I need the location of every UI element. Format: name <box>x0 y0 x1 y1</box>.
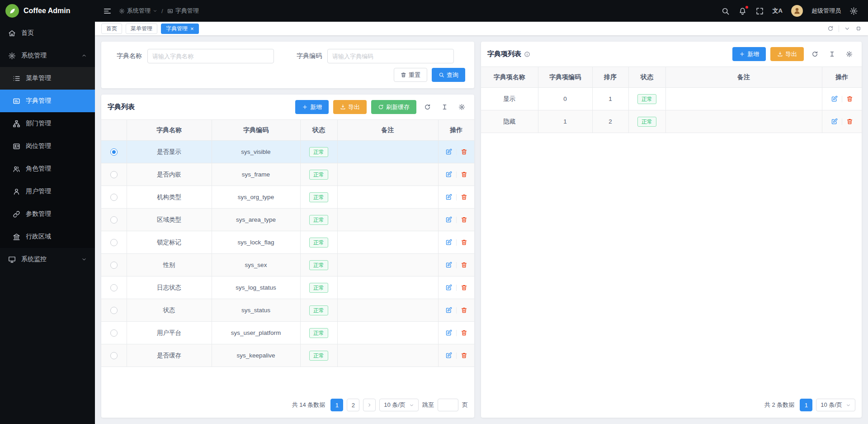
table-settings-gear-icon[interactable] <box>843 48 855 61</box>
edit-icon[interactable] <box>445 216 452 223</box>
row-radio[interactable] <box>110 329 118 337</box>
page-size-select[interactable]: 10 条/页 <box>816 399 855 411</box>
info-icon[interactable] <box>524 51 530 57</box>
export-dict-button[interactable]: 导出 <box>333 100 367 114</box>
dict-code-label: 字典编码 <box>290 52 322 60</box>
notification-dot <box>745 6 748 9</box>
table-row[interactable]: 区域类型 sys_area_type 正常 <box>101 209 474 231</box>
edit-icon[interactable] <box>445 194 452 200</box>
delete-icon[interactable] <box>461 239 467 246</box>
next-page-button[interactable] <box>363 399 376 411</box>
edit-icon[interactable] <box>445 284 452 291</box>
delete-icon[interactable] <box>461 171 467 178</box>
table-row[interactable]: 显示 0 1 正常 <box>481 88 862 110</box>
delete-icon[interactable] <box>846 118 853 125</box>
delete-icon[interactable] <box>461 216 467 223</box>
breadcrumb-system[interactable]: 系统管理 <box>119 7 157 15</box>
delete-icon[interactable] <box>461 307 467 314</box>
sidebar-item-user-mgmt[interactable]: 用户管理 <box>0 180 95 203</box>
edit-icon[interactable] <box>445 148 452 155</box>
search-icon[interactable] <box>721 7 730 15</box>
chevron-down-icon[interactable] <box>844 25 850 32</box>
tab-dict-mgmt[interactable]: 字典管理× <box>161 24 199 34</box>
sidebar-item-home[interactable]: 首页 <box>0 22 95 44</box>
table-row[interactable]: 是否显示 sys_visible 正常 <box>101 141 474 163</box>
sidebar-item-admin-area[interactable]: 行政区域 <box>0 225 95 248</box>
delete-icon[interactable] <box>461 148 467 155</box>
edit-icon[interactable] <box>831 95 838 102</box>
user-name[interactable]: 超级管理员 <box>811 7 841 15</box>
table-row[interactable]: 状态 sys_status 正常 <box>101 299 474 322</box>
refresh-cache-button[interactable]: 刷新缓存 <box>371 100 416 114</box>
reload-table-icon[interactable] <box>808 48 821 61</box>
breadcrumb-dict[interactable]: 字典管理 <box>167 7 199 15</box>
edit-icon[interactable] <box>445 329 452 336</box>
page-size-select[interactable]: 10 条/页 <box>379 399 419 411</box>
edit-icon[interactable] <box>445 262 452 268</box>
edit-icon[interactable] <box>445 352 452 359</box>
jump-page-input[interactable] <box>438 399 458 411</box>
delete-icon[interactable] <box>461 329 467 336</box>
delete-icon[interactable] <box>846 95 853 102</box>
dict-code-input[interactable] <box>327 49 454 63</box>
row-radio[interactable] <box>110 194 118 201</box>
table-row[interactable]: 锁定标记 sys_lock_flag 正常 <box>101 231 474 254</box>
add-item-button[interactable]: 新增 <box>732 47 766 61</box>
sidebar-item-role-mgmt[interactable]: 角色管理 <box>0 157 95 180</box>
row-radio[interactable] <box>110 239 118 246</box>
add-dict-button[interactable]: 新增 <box>295 100 329 114</box>
row-radio[interactable] <box>110 262 118 269</box>
row-radio[interactable] <box>110 216 118 224</box>
refresh-icon[interactable] <box>827 25 834 32</box>
avatar[interactable] <box>791 5 803 17</box>
table-row[interactable]: 性别 sys_sex 正常 <box>101 254 474 276</box>
sidebar-item-param-mgmt[interactable]: 参数管理 <box>0 203 95 225</box>
edit-icon[interactable] <box>445 239 452 246</box>
sidebar-item-monitor[interactable]: 系统监控 <box>0 248 95 271</box>
reset-button[interactable]: 重置 <box>394 68 427 82</box>
delete-icon[interactable] <box>461 194 467 200</box>
reload-table-icon[interactable] <box>421 101 434 114</box>
table-settings-gear-icon[interactable] <box>455 101 468 114</box>
delete-icon[interactable] <box>461 352 467 359</box>
row-radio[interactable] <box>110 307 118 314</box>
table-row[interactable]: 机构类型 sys_org_type 正常 <box>101 186 474 209</box>
translate-icon[interactable]: 文A <box>773 7 783 15</box>
edit-icon[interactable] <box>445 171 452 178</box>
export-items-button[interactable]: 导出 <box>770 47 804 61</box>
table-row[interactable]: 是否内嵌 sys_frame 正常 <box>101 163 474 186</box>
cell-dict-name: 状态 <box>127 299 212 322</box>
column-settings-icon[interactable] <box>438 101 451 114</box>
fullscreen-icon[interactable] <box>755 7 764 15</box>
table-row[interactable]: 是否缓存 sys_keepalive 正常 <box>101 344 474 367</box>
page-button-1[interactable]: 1 <box>330 399 343 411</box>
edit-icon[interactable] <box>831 118 838 125</box>
table-row[interactable]: 日志状态 sys_log_status 正常 <box>101 276 474 299</box>
row-radio[interactable] <box>110 284 118 291</box>
settings-gear-icon[interactable] <box>849 7 858 15</box>
page-button-1[interactable]: 1 <box>800 399 812 411</box>
column-settings-icon[interactable] <box>826 48 838 61</box>
table-row[interactable]: 用户平台 sys_user_platform 正常 <box>101 322 474 344</box>
sidebar-item-menu-mgmt[interactable]: 菜单管理 <box>0 67 95 90</box>
tab-menu-mgmt[interactable]: 菜单管理 <box>126 24 157 34</box>
content-fullscreen-icon[interactable] <box>855 25 862 32</box>
table-row[interactable]: 隐藏 1 2 正常 <box>481 110 862 133</box>
query-button[interactable]: 查询 <box>432 68 465 82</box>
sidebar-item-post-mgmt[interactable]: 岗位管理 <box>0 135 95 157</box>
page-button-2[interactable]: 2 <box>347 399 359 411</box>
delete-icon[interactable] <box>461 262 467 268</box>
delete-icon[interactable] <box>461 284 467 291</box>
close-icon[interactable]: × <box>190 26 194 32</box>
sidebar-item-system[interactable]: 系统管理 <box>0 44 95 67</box>
sidebar-item-dept-mgmt[interactable]: 部门管理 <box>0 112 95 135</box>
row-radio[interactable] <box>110 148 118 156</box>
tab-home[interactable]: 首页 <box>101 24 122 34</box>
row-radio[interactable] <box>110 171 118 178</box>
dict-name-input[interactable] <box>147 49 274 63</box>
sidebar-item-dict-mgmt[interactable]: 字典管理 <box>0 90 95 112</box>
edit-icon[interactable] <box>445 307 452 314</box>
row-radio[interactable] <box>110 352 118 359</box>
notification-bell-icon[interactable] <box>738 7 747 15</box>
collapse-sidebar-icon[interactable] <box>103 7 112 15</box>
